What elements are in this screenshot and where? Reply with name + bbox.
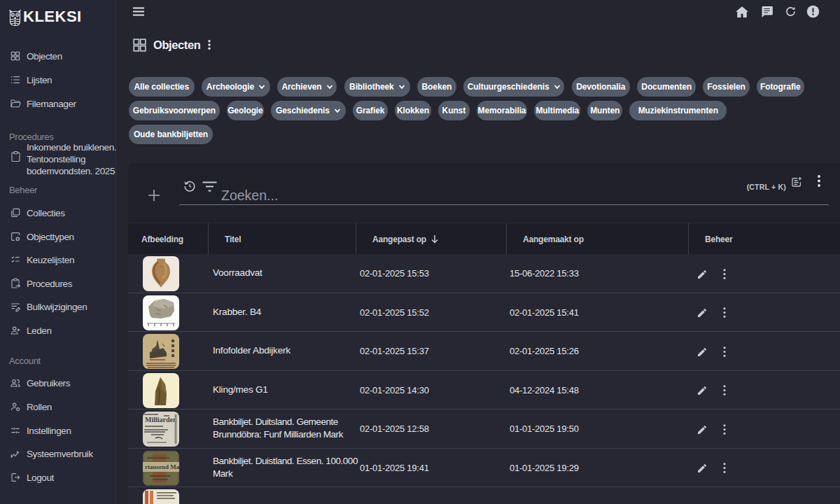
svg-text:Milliarden: Milliarden (145, 416, 177, 424)
svg-text:rtausend Mark: rtausend Mark (145, 463, 179, 470)
